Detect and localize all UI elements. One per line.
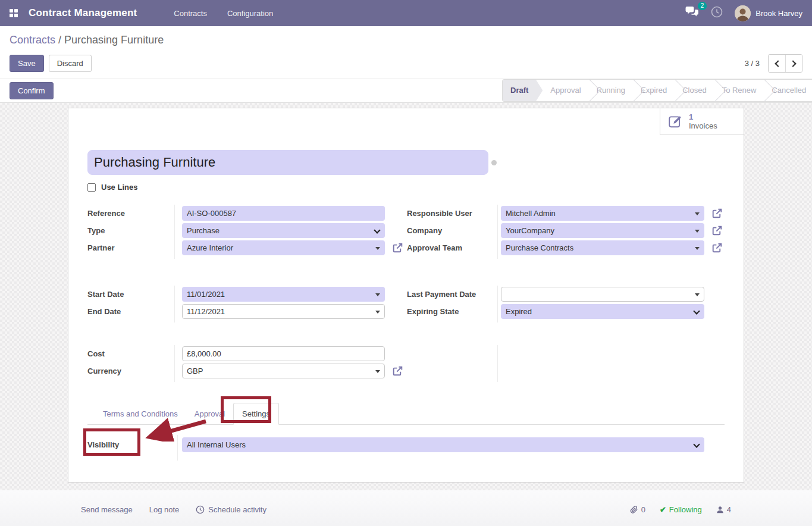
notebook-tabs: Terms and Conditions Approval Settings (87, 403, 725, 425)
dates-right-group: Last Payment Date Expiring State Expired (407, 287, 723, 321)
reference-input[interactable] (182, 206, 385, 221)
pager: 3 / 3 (745, 54, 802, 73)
statusbar-row: Confirm Draft Approval Running Expired C… (0, 78, 812, 103)
use-lines-checkbox[interactable] (87, 183, 96, 192)
invoices-count: 1 (689, 112, 717, 121)
tab-approval[interactable]: Approval (186, 403, 233, 424)
messages-icon[interactable]: 2 (685, 6, 699, 20)
type-label: Type (87, 226, 182, 235)
reference-label: Reference (87, 209, 182, 218)
end-date-label: End Date (87, 307, 182, 316)
menu-contracts[interactable]: Contracts (174, 9, 207, 18)
approval-team-field[interactable]: Purchase Contracts (501, 240, 704, 255)
visibility-label: Visibility (87, 440, 182, 449)
form-view-background: 1 Invoices Use Lines Reference Type (0, 103, 812, 490)
send-message-button[interactable]: Send message (81, 505, 133, 514)
cost-group: Cost Currency GBP (87, 346, 407, 381)
clock-icon (196, 505, 205, 514)
chevron-left-icon (775, 60, 781, 67)
schedule-activity-label: Schedule activity (208, 505, 267, 514)
following-label: Following (669, 505, 702, 514)
cost-input[interactable] (182, 346, 385, 361)
settings-tab-content: Visibility All Internal Users (68, 425, 744, 452)
chatter: Send message Log note Schedule activity … (0, 490, 812, 526)
attachments-count: 0 (641, 505, 645, 514)
company-external-link-icon[interactable] (711, 225, 723, 236)
invoices-label: Invoices (689, 121, 717, 130)
breadcrumb-current: Purchasing Furniture (64, 34, 164, 46)
attachments-button[interactable]: 0 (629, 505, 645, 514)
messages-count-badge: 2 (698, 2, 707, 10)
person-icon (716, 506, 724, 514)
company-label: Company (407, 226, 501, 235)
chevron-right-icon (789, 60, 796, 67)
start-date-input[interactable] (182, 287, 385, 302)
use-lines-label: Use Lines (101, 183, 137, 192)
followers-button[interactable]: 4 (716, 505, 731, 514)
last-payment-date-label: Last Payment Date (407, 290, 501, 299)
save-button[interactable]: Save (10, 55, 44, 72)
company-field[interactable]: YourCompany (501, 223, 704, 238)
dates-left-group: Start Date End Date (87, 287, 407, 321)
breadcrumb-separator: / (58, 34, 64, 46)
stage-draft[interactable]: Draft (503, 79, 543, 102)
top-navbar: Contract Management Contracts Configurat… (0, 0, 812, 26)
responsible-user-label: Responsible User (407, 209, 501, 218)
discard-button[interactable]: Discard (49, 55, 92, 72)
pager-previous-button[interactable] (769, 55, 785, 72)
user-name: Brook Harvey (755, 9, 802, 18)
currency-external-link-icon[interactable] (392, 365, 403, 377)
form-sheet: 1 Invoices Use Lines Reference Type (68, 108, 744, 483)
tab-settings[interactable]: Settings (233, 403, 279, 425)
menu-configuration[interactable]: Configuration (227, 9, 273, 18)
breadcrumb: Contracts / Purchasing Furniture (10, 34, 802, 46)
user-menu[interactable]: Brook Harvey (735, 5, 802, 21)
log-note-button[interactable]: Log note (149, 505, 180, 514)
left-field-group: Reference Type Purchase Partner Azure In… (87, 206, 407, 258)
statusbar: Draft Approval Running Expired Closed To… (502, 79, 812, 102)
followers-count: 4 (727, 505, 731, 514)
right-field-group: Responsible User Mitchell Admin Company … (407, 206, 723, 258)
partner-label: Partner (87, 243, 182, 252)
approval-team-label: Approval Team (407, 243, 501, 252)
partner-field[interactable]: Azure Interior (182, 240, 385, 255)
avatar (735, 5, 751, 21)
pencil-square-icon (667, 114, 683, 129)
end-date-input[interactable] (182, 304, 385, 319)
type-select[interactable]: Purchase (182, 223, 385, 238)
responsible-user-field[interactable]: Mitchell Admin (501, 206, 704, 221)
last-payment-date-input[interactable] (501, 287, 704, 302)
pager-count: 3 / 3 (745, 59, 760, 68)
translation-dot-icon (491, 160, 497, 165)
apps-menu-icon[interactable] (10, 9, 18, 17)
confirm-button[interactable]: Confirm (10, 82, 54, 99)
schedule-activity-button[interactable]: Schedule activity (196, 505, 267, 514)
expiring-state-label: Expiring State (407, 307, 501, 316)
breadcrumb-contracts-link[interactable]: Contracts (10, 34, 55, 46)
currency-label: Currency (87, 367, 182, 375)
paperclip-icon (629, 505, 638, 514)
navbar-right: 2 Brook Harvey (685, 5, 802, 21)
following-button[interactable]: ✔ Following (660, 505, 702, 514)
app-menu: Contracts Configuration (174, 9, 273, 18)
check-icon: ✔ (660, 505, 666, 514)
responsible-user-external-link-icon[interactable] (711, 208, 723, 219)
expiring-state-select[interactable]: Expired (501, 304, 704, 319)
start-date-label: Start Date (87, 290, 182, 299)
tab-terms-and-conditions[interactable]: Terms and Conditions (95, 403, 186, 424)
control-panel: Contracts / Purchasing Furniture Save Di… (0, 26, 812, 78)
partner-external-link-icon[interactable] (392, 242, 403, 253)
currency-field[interactable]: GBP (182, 364, 385, 378)
contract-name-input[interactable] (87, 150, 488, 175)
pager-next-button[interactable] (785, 55, 802, 72)
visibility-select[interactable]: All Internal Users (182, 437, 704, 452)
invoices-stat-button[interactable]: 1 Invoices (660, 108, 744, 135)
cost-label: Cost (87, 349, 182, 358)
approval-team-external-link-icon[interactable] (711, 242, 723, 253)
app-title: Contract Management (29, 7, 137, 19)
activity-clock-icon[interactable] (711, 6, 723, 20)
